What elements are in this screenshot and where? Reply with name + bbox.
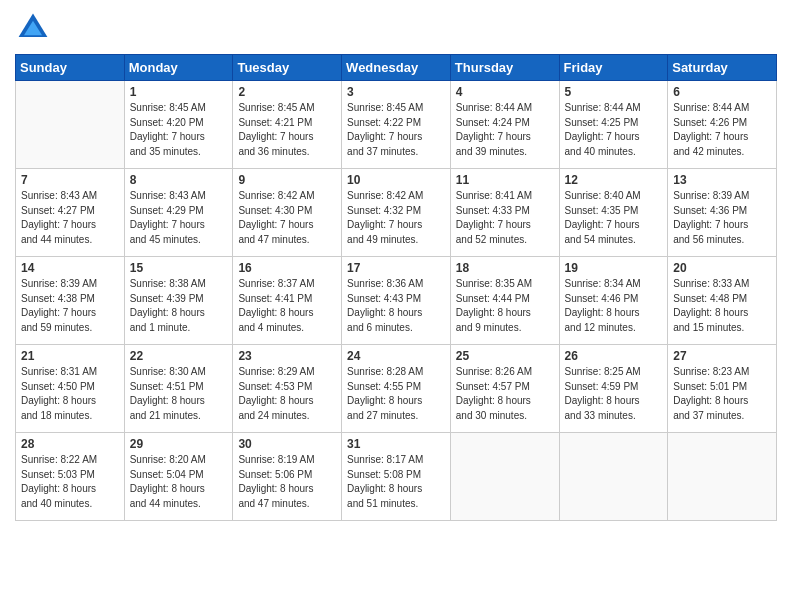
day-number: 13	[673, 173, 771, 187]
calendar-cell: 11Sunrise: 8:41 AM Sunset: 4:33 PM Dayli…	[450, 169, 559, 257]
day-number: 8	[130, 173, 228, 187]
day-number: 7	[21, 173, 119, 187]
calendar-cell: 21Sunrise: 8:31 AM Sunset: 4:50 PM Dayli…	[16, 345, 125, 433]
calendar-cell: 20Sunrise: 8:33 AM Sunset: 4:48 PM Dayli…	[668, 257, 777, 345]
calendar-cell: 5Sunrise: 8:44 AM Sunset: 4:25 PM Daylig…	[559, 81, 668, 169]
calendar-cell: 4Sunrise: 8:44 AM Sunset: 4:24 PM Daylig…	[450, 81, 559, 169]
day-number: 31	[347, 437, 445, 451]
day-number: 26	[565, 349, 663, 363]
day-number: 21	[21, 349, 119, 363]
calendar-header-row: SundayMondayTuesdayWednesdayThursdayFrid…	[16, 55, 777, 81]
day-number: 4	[456, 85, 554, 99]
day-number: 10	[347, 173, 445, 187]
cell-info: Sunrise: 8:28 AM Sunset: 4:55 PM Dayligh…	[347, 365, 445, 423]
week-row-2: 7Sunrise: 8:43 AM Sunset: 4:27 PM Daylig…	[16, 169, 777, 257]
calendar-cell: 16Sunrise: 8:37 AM Sunset: 4:41 PM Dayli…	[233, 257, 342, 345]
week-row-5: 28Sunrise: 8:22 AM Sunset: 5:03 PM Dayli…	[16, 433, 777, 521]
calendar-table: SundayMondayTuesdayWednesdayThursdayFrid…	[15, 54, 777, 521]
calendar-cell: 28Sunrise: 8:22 AM Sunset: 5:03 PM Dayli…	[16, 433, 125, 521]
day-number: 25	[456, 349, 554, 363]
day-number: 15	[130, 261, 228, 275]
day-number: 20	[673, 261, 771, 275]
cell-info: Sunrise: 8:45 AM Sunset: 4:20 PM Dayligh…	[130, 101, 228, 159]
calendar-cell: 19Sunrise: 8:34 AM Sunset: 4:46 PM Dayli…	[559, 257, 668, 345]
calendar-cell: 17Sunrise: 8:36 AM Sunset: 4:43 PM Dayli…	[342, 257, 451, 345]
cell-info: Sunrise: 8:43 AM Sunset: 4:29 PM Dayligh…	[130, 189, 228, 247]
cell-info: Sunrise: 8:41 AM Sunset: 4:33 PM Dayligh…	[456, 189, 554, 247]
cell-info: Sunrise: 8:22 AM Sunset: 5:03 PM Dayligh…	[21, 453, 119, 511]
calendar-cell: 31Sunrise: 8:17 AM Sunset: 5:08 PM Dayli…	[342, 433, 451, 521]
day-number: 3	[347, 85, 445, 99]
col-header-friday: Friday	[559, 55, 668, 81]
col-header-sunday: Sunday	[16, 55, 125, 81]
cell-info: Sunrise: 8:39 AM Sunset: 4:38 PM Dayligh…	[21, 277, 119, 335]
calendar-cell: 14Sunrise: 8:39 AM Sunset: 4:38 PM Dayli…	[16, 257, 125, 345]
cell-info: Sunrise: 8:19 AM Sunset: 5:06 PM Dayligh…	[238, 453, 336, 511]
calendar-cell: 25Sunrise: 8:26 AM Sunset: 4:57 PM Dayli…	[450, 345, 559, 433]
cell-info: Sunrise: 8:23 AM Sunset: 5:01 PM Dayligh…	[673, 365, 771, 423]
day-number: 12	[565, 173, 663, 187]
col-header-thursday: Thursday	[450, 55, 559, 81]
calendar-cell	[450, 433, 559, 521]
calendar-cell: 23Sunrise: 8:29 AM Sunset: 4:53 PM Dayli…	[233, 345, 342, 433]
week-row-3: 14Sunrise: 8:39 AM Sunset: 4:38 PM Dayli…	[16, 257, 777, 345]
calendar-cell: 22Sunrise: 8:30 AM Sunset: 4:51 PM Dayli…	[124, 345, 233, 433]
logo	[15, 10, 55, 46]
day-number: 23	[238, 349, 336, 363]
calendar-cell: 15Sunrise: 8:38 AM Sunset: 4:39 PM Dayli…	[124, 257, 233, 345]
cell-info: Sunrise: 8:44 AM Sunset: 4:25 PM Dayligh…	[565, 101, 663, 159]
day-number: 5	[565, 85, 663, 99]
page: SundayMondayTuesdayWednesdayThursdayFrid…	[0, 0, 792, 612]
day-number: 29	[130, 437, 228, 451]
calendar-cell: 18Sunrise: 8:35 AM Sunset: 4:44 PM Dayli…	[450, 257, 559, 345]
cell-info: Sunrise: 8:38 AM Sunset: 4:39 PM Dayligh…	[130, 277, 228, 335]
cell-info: Sunrise: 8:30 AM Sunset: 4:51 PM Dayligh…	[130, 365, 228, 423]
cell-info: Sunrise: 8:42 AM Sunset: 4:32 PM Dayligh…	[347, 189, 445, 247]
cell-info: Sunrise: 8:26 AM Sunset: 4:57 PM Dayligh…	[456, 365, 554, 423]
calendar-cell: 8Sunrise: 8:43 AM Sunset: 4:29 PM Daylig…	[124, 169, 233, 257]
cell-info: Sunrise: 8:45 AM Sunset: 4:21 PM Dayligh…	[238, 101, 336, 159]
calendar-cell: 1Sunrise: 8:45 AM Sunset: 4:20 PM Daylig…	[124, 81, 233, 169]
calendar-cell: 6Sunrise: 8:44 AM Sunset: 4:26 PM Daylig…	[668, 81, 777, 169]
calendar-cell: 26Sunrise: 8:25 AM Sunset: 4:59 PM Dayli…	[559, 345, 668, 433]
calendar-cell: 13Sunrise: 8:39 AM Sunset: 4:36 PM Dayli…	[668, 169, 777, 257]
header	[15, 10, 777, 46]
calendar-cell: 27Sunrise: 8:23 AM Sunset: 5:01 PM Dayli…	[668, 345, 777, 433]
calendar-cell: 29Sunrise: 8:20 AM Sunset: 5:04 PM Dayli…	[124, 433, 233, 521]
cell-info: Sunrise: 8:29 AM Sunset: 4:53 PM Dayligh…	[238, 365, 336, 423]
day-number: 6	[673, 85, 771, 99]
cell-info: Sunrise: 8:36 AM Sunset: 4:43 PM Dayligh…	[347, 277, 445, 335]
day-number: 24	[347, 349, 445, 363]
week-row-1: 1Sunrise: 8:45 AM Sunset: 4:20 PM Daylig…	[16, 81, 777, 169]
cell-info: Sunrise: 8:31 AM Sunset: 4:50 PM Dayligh…	[21, 365, 119, 423]
day-number: 18	[456, 261, 554, 275]
calendar-cell	[668, 433, 777, 521]
cell-info: Sunrise: 8:34 AM Sunset: 4:46 PM Dayligh…	[565, 277, 663, 335]
cell-info: Sunrise: 8:43 AM Sunset: 4:27 PM Dayligh…	[21, 189, 119, 247]
col-header-wednesday: Wednesday	[342, 55, 451, 81]
day-number: 22	[130, 349, 228, 363]
calendar-cell	[16, 81, 125, 169]
calendar-cell: 7Sunrise: 8:43 AM Sunset: 4:27 PM Daylig…	[16, 169, 125, 257]
day-number: 14	[21, 261, 119, 275]
cell-info: Sunrise: 8:35 AM Sunset: 4:44 PM Dayligh…	[456, 277, 554, 335]
cell-info: Sunrise: 8:37 AM Sunset: 4:41 PM Dayligh…	[238, 277, 336, 335]
col-header-monday: Monday	[124, 55, 233, 81]
day-number: 11	[456, 173, 554, 187]
cell-info: Sunrise: 8:20 AM Sunset: 5:04 PM Dayligh…	[130, 453, 228, 511]
calendar-cell: 12Sunrise: 8:40 AM Sunset: 4:35 PM Dayli…	[559, 169, 668, 257]
cell-info: Sunrise: 8:45 AM Sunset: 4:22 PM Dayligh…	[347, 101, 445, 159]
day-number: 19	[565, 261, 663, 275]
cell-info: Sunrise: 8:42 AM Sunset: 4:30 PM Dayligh…	[238, 189, 336, 247]
cell-info: Sunrise: 8:25 AM Sunset: 4:59 PM Dayligh…	[565, 365, 663, 423]
day-number: 2	[238, 85, 336, 99]
cell-info: Sunrise: 8:39 AM Sunset: 4:36 PM Dayligh…	[673, 189, 771, 247]
cell-info: Sunrise: 8:17 AM Sunset: 5:08 PM Dayligh…	[347, 453, 445, 511]
day-number: 9	[238, 173, 336, 187]
day-number: 27	[673, 349, 771, 363]
cell-info: Sunrise: 8:33 AM Sunset: 4:48 PM Dayligh…	[673, 277, 771, 335]
calendar-cell: 2Sunrise: 8:45 AM Sunset: 4:21 PM Daylig…	[233, 81, 342, 169]
calendar-cell	[559, 433, 668, 521]
day-number: 30	[238, 437, 336, 451]
cell-info: Sunrise: 8:40 AM Sunset: 4:35 PM Dayligh…	[565, 189, 663, 247]
